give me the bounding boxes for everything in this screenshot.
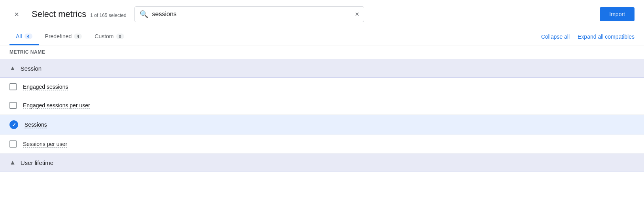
group-user-lifetime[interactable]: ▲ User lifetime — [0, 153, 644, 172]
tab-custom[interactable]: Custom 0 — [88, 28, 130, 45]
tab-custom-label: Custom — [94, 33, 113, 39]
metric-row-engaged-sessions[interactable]: Engaged sessions — [0, 78, 644, 96]
header: × Select metrics 1 of 165 selected 🔍 × I… — [0, 0, 644, 28]
metric-row-sessions-per-user[interactable]: Sessions per user — [0, 135, 644, 153]
checkbox-engaged-sessions[interactable] — [9, 83, 17, 90]
page-title: Select metrics — [32, 9, 86, 19]
collapse-all-button[interactable]: Collapse all — [541, 34, 570, 40]
column-metric-name: Metric name — [9, 49, 45, 55]
table-header: Metric name — [0, 45, 644, 59]
checkbox-engaged-sessions-per-user[interactable] — [9, 102, 17, 109]
metric-row-sessions[interactable]: Sessions — [0, 115, 644, 135]
session-chevron-icon: ▲ — [9, 65, 16, 72]
user-lifetime-chevron-icon: ▲ — [9, 159, 16, 166]
tab-predefined-label: Predefined — [45, 33, 72, 39]
search-input[interactable] — [152, 11, 351, 18]
tab-predefined[interactable]: Predefined 4 — [39, 28, 89, 45]
tab-custom-badge: 0 — [116, 34, 124, 39]
metric-engaged-sessions-per-user-label: Engaged sessions per user — [23, 102, 90, 108]
tab-predefined-badge: 4 — [74, 34, 82, 39]
metric-sessions-per-user-label: Sessions per user — [23, 141, 67, 147]
metric-row-engaged-sessions-per-user[interactable]: Engaged sessions per user — [0, 96, 644, 115]
tab-all[interactable]: All 4 — [9, 28, 39, 45]
search-box: 🔍 × — [134, 6, 364, 22]
import-button[interactable]: Import — [600, 7, 635, 21]
group-session[interactable]: ▲ Session — [0, 59, 644, 78]
tabs-right: Collapse all Expand all compatibles — [541, 34, 635, 40]
selected-count: 1 of 165 selected — [90, 13, 126, 18]
close-button[interactable]: × — [9, 7, 24, 21]
group-user-lifetime-label: User lifetime — [21, 159, 53, 166]
checkbox-sessions[interactable] — [9, 120, 18, 129]
expand-all-button[interactable]: Expand all compatibles — [578, 34, 635, 40]
checkbox-sessions-per-user[interactable] — [9, 140, 17, 148]
tabs-left: All 4 Predefined 4 Custom 0 — [9, 28, 541, 45]
tabs-row: All 4 Predefined 4 Custom 0 Collapse all… — [0, 28, 644, 45]
metric-engaged-sessions-label: Engaged sessions — [23, 84, 68, 90]
search-clear-button[interactable]: × — [355, 10, 359, 19]
metric-sessions-label: Sessions — [25, 122, 47, 128]
search-icon: 🔍 — [140, 10, 148, 19]
title-area: Select metrics 1 of 165 selected — [32, 9, 127, 19]
tab-all-label: All — [16, 33, 22, 39]
group-session-label: Session — [21, 65, 42, 72]
tab-all-badge: 4 — [25, 34, 32, 39]
